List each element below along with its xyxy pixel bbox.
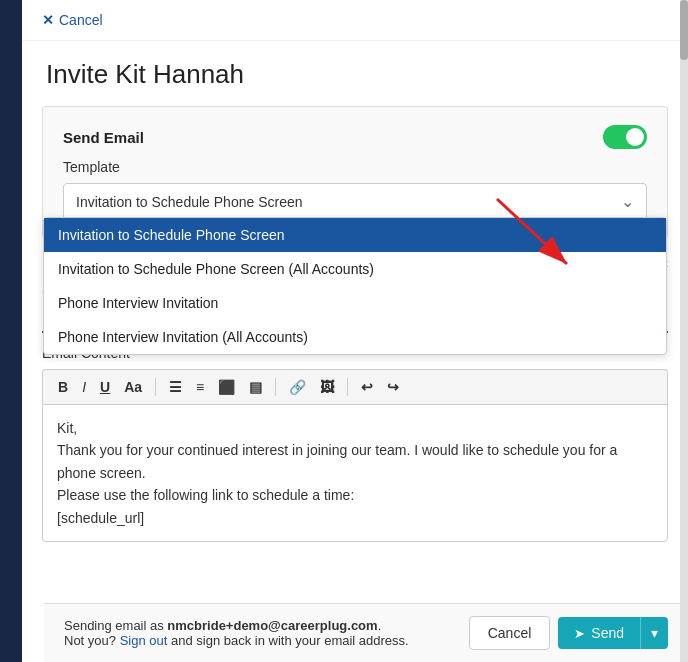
image-button[interactable]: 🖼 xyxy=(315,376,339,398)
redo-button[interactable]: ↪ xyxy=(382,376,404,398)
email-content-group: Email Content * B I U Aa ☰ ≡ ⬛ ▤ 🔗 🖼 ↩ xyxy=(42,345,668,542)
email-line4: [schedule_url] xyxy=(57,507,653,529)
footer-actions: Cancel ➤ Send ▾ xyxy=(469,616,668,650)
send-button[interactable]: ➤ Send xyxy=(558,617,640,649)
main-content: ✕ Cancel Invite Kit Hannah Send Email Te… xyxy=(22,0,688,662)
toolbar-separator-2 xyxy=(275,378,276,396)
align-right-button[interactable]: ▤ xyxy=(244,376,267,398)
fontsize-button[interactable]: Aa xyxy=(119,376,147,398)
chevron-down-icon: ⌄ xyxy=(621,192,634,211)
dropdown-item-1[interactable]: Invitation to Schedule Phone Screen xyxy=(44,218,666,252)
link-button[interactable]: 🔗 xyxy=(284,376,311,398)
scrollbar-thumb[interactable] xyxy=(680,0,688,60)
undo-button[interactable]: ↩ xyxy=(356,376,378,398)
toolbar-separator-3 xyxy=(347,378,348,396)
email-line1: Kit, xyxy=(57,417,653,439)
footer-period: . xyxy=(378,618,382,633)
send-dropdown-button[interactable]: ▾ xyxy=(640,617,668,649)
footer-sign-out-suffix: and sign back in with your email address… xyxy=(167,633,408,648)
editor-toolbar: B I U Aa ☰ ≡ ⬛ ▤ 🔗 🖼 ↩ ↪ xyxy=(42,369,668,404)
template-select[interactable]: Invitation to Schedule Phone Screen ⌄ xyxy=(63,183,647,220)
footer-sign-out-link[interactable]: Sign out xyxy=(120,633,168,648)
dropdown-item-3[interactable]: Phone Interview Invitation xyxy=(44,286,666,320)
template-selected-value: Invitation to Schedule Phone Screen xyxy=(76,194,303,210)
send-icon: ➤ xyxy=(574,626,585,641)
footer-cancel-button[interactable]: Cancel xyxy=(469,616,551,650)
dropdown-item-2[interactable]: Invitation to Schedule Phone Screen (All… xyxy=(44,252,666,286)
send-email-card: Send Email Template Invitation to Schedu… xyxy=(42,106,668,239)
template-dropdown: Invitation to Schedule Phone Screen Invi… xyxy=(43,217,667,355)
send-label: Send xyxy=(591,625,624,641)
email-line3: Please use the following link to schedul… xyxy=(57,484,653,506)
cancel-x-icon: ✕ xyxy=(42,12,54,28)
email-line2: Thank you for your continued interest in… xyxy=(57,439,653,484)
send-button-group: ➤ Send ▾ xyxy=(558,617,668,649)
footer-left: Sending email as nmcbride+demo@careerplu… xyxy=(64,618,409,648)
scrollbar[interactable] xyxy=(680,0,688,662)
send-email-toggle[interactable] xyxy=(603,125,647,149)
italic-button[interactable]: I xyxy=(77,376,91,398)
cancel-top-label: Cancel xyxy=(59,12,103,28)
page-title-area: Invite Kit Hannah xyxy=(22,41,688,106)
page-title: Invite Kit Hannah xyxy=(46,59,664,90)
send-email-label: Send Email xyxy=(63,129,144,146)
align-left-button[interactable]: ⬛ xyxy=(213,376,240,398)
footer-not-you: Not you? xyxy=(64,633,120,648)
ordered-list-button[interactable]: ≡ xyxy=(191,376,209,398)
unordered-list-button[interactable]: ☰ xyxy=(164,376,187,398)
send-email-row: Send Email xyxy=(63,125,647,149)
footer-email: nmcbride+demo@careerplug.com xyxy=(167,618,377,633)
footer-sending-prefix: Sending email as xyxy=(64,618,167,633)
cancel-bar: ✕ Cancel xyxy=(22,0,688,41)
template-label: Template xyxy=(63,159,647,175)
email-editor-body[interactable]: Kit, Thank you for your continued intere… xyxy=(42,404,668,542)
dropdown-item-4[interactable]: Phone Interview Invitation (All Accounts… xyxy=(44,320,666,354)
left-sidebar xyxy=(0,0,22,662)
toolbar-separator-1 xyxy=(155,378,156,396)
cancel-top-link[interactable]: ✕ Cancel xyxy=(42,12,103,28)
underline-button[interactable]: U xyxy=(95,376,115,398)
footer-bar: Sending email as nmcbride+demo@careerplu… xyxy=(44,603,688,662)
bold-button[interactable]: B xyxy=(53,376,73,398)
